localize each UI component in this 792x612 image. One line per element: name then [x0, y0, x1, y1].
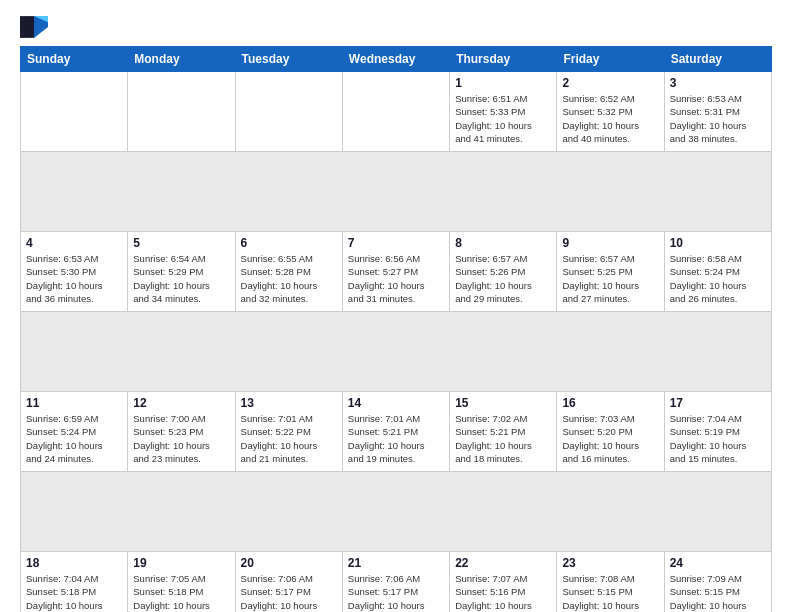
weekday-header-cell: Wednesday: [342, 47, 449, 72]
weekday-header-cell: Sunday: [21, 47, 128, 72]
calendar-day-cell: 13Sunrise: 7:01 AM Sunset: 5:22 PM Dayli…: [235, 392, 342, 472]
svg-rect-0: [20, 16, 34, 38]
day-number: 20: [241, 556, 337, 570]
day-info: Sunrise: 7:07 AM Sunset: 5:16 PM Dayligh…: [455, 572, 551, 612]
day-number: 6: [241, 236, 337, 250]
day-info: Sunrise: 7:02 AM Sunset: 5:21 PM Dayligh…: [455, 412, 551, 465]
day-number: 5: [133, 236, 229, 250]
day-info: Sunrise: 7:08 AM Sunset: 5:15 PM Dayligh…: [562, 572, 658, 612]
calendar-table: SundayMondayTuesdayWednesdayThursdayFrid…: [20, 46, 772, 612]
calendar-day-cell: 18Sunrise: 7:04 AM Sunset: 5:18 PM Dayli…: [21, 552, 128, 613]
day-number: 19: [133, 556, 229, 570]
day-info: Sunrise: 6:53 AM Sunset: 5:31 PM Dayligh…: [670, 92, 766, 145]
calendar-day-cell: 5Sunrise: 6:54 AM Sunset: 5:29 PM Daylig…: [128, 232, 235, 312]
calendar-day-cell: 9Sunrise: 6:57 AM Sunset: 5:25 PM Daylig…: [557, 232, 664, 312]
weekday-header-cell: Thursday: [450, 47, 557, 72]
calendar-day-cell: 24Sunrise: 7:09 AM Sunset: 5:15 PM Dayli…: [664, 552, 771, 613]
day-info: Sunrise: 7:09 AM Sunset: 5:15 PM Dayligh…: [670, 572, 766, 612]
header: [20, 16, 772, 38]
day-info: Sunrise: 7:01 AM Sunset: 5:21 PM Dayligh…: [348, 412, 444, 465]
day-info: Sunrise: 7:03 AM Sunset: 5:20 PM Dayligh…: [562, 412, 658, 465]
weekday-header-cell: Saturday: [664, 47, 771, 72]
day-number: 10: [670, 236, 766, 250]
calendar-day-cell: 14Sunrise: 7:01 AM Sunset: 5:21 PM Dayli…: [342, 392, 449, 472]
calendar-day-cell: 23Sunrise: 7:08 AM Sunset: 5:15 PM Dayli…: [557, 552, 664, 613]
weekday-header-row: SundayMondayTuesdayWednesdayThursdayFrid…: [21, 47, 772, 72]
day-number: 22: [455, 556, 551, 570]
weekday-header-cell: Monday: [128, 47, 235, 72]
calendar-day-cell: 3Sunrise: 6:53 AM Sunset: 5:31 PM Daylig…: [664, 72, 771, 152]
calendar-day-cell: [235, 72, 342, 152]
day-info: Sunrise: 7:05 AM Sunset: 5:18 PM Dayligh…: [133, 572, 229, 612]
day-info: Sunrise: 7:06 AM Sunset: 5:17 PM Dayligh…: [241, 572, 337, 612]
day-number: 16: [562, 396, 658, 410]
calendar-day-cell: 12Sunrise: 7:00 AM Sunset: 5:23 PM Dayli…: [128, 392, 235, 472]
calendar-day-cell: 21Sunrise: 7:06 AM Sunset: 5:17 PM Dayli…: [342, 552, 449, 613]
calendar-week-row: 11Sunrise: 6:59 AM Sunset: 5:24 PM Dayli…: [21, 392, 772, 472]
day-number: 11: [26, 396, 122, 410]
calendar-day-cell: 2Sunrise: 6:52 AM Sunset: 5:32 PM Daylig…: [557, 72, 664, 152]
day-info: Sunrise: 6:56 AM Sunset: 5:27 PM Dayligh…: [348, 252, 444, 305]
day-info: Sunrise: 6:57 AM Sunset: 5:25 PM Dayligh…: [562, 252, 658, 305]
calendar-week-row: 18Sunrise: 7:04 AM Sunset: 5:18 PM Dayli…: [21, 552, 772, 613]
day-number: 18: [26, 556, 122, 570]
calendar-day-cell: 22Sunrise: 7:07 AM Sunset: 5:16 PM Dayli…: [450, 552, 557, 613]
day-info: Sunrise: 7:04 AM Sunset: 5:19 PM Dayligh…: [670, 412, 766, 465]
logo: [20, 16, 54, 38]
weekday-header-cell: Tuesday: [235, 47, 342, 72]
day-number: 15: [455, 396, 551, 410]
calendar-day-cell: 6Sunrise: 6:55 AM Sunset: 5:28 PM Daylig…: [235, 232, 342, 312]
calendar-day-cell: 4Sunrise: 6:53 AM Sunset: 5:30 PM Daylig…: [21, 232, 128, 312]
day-info: Sunrise: 6:51 AM Sunset: 5:33 PM Dayligh…: [455, 92, 551, 145]
day-info: Sunrise: 6:55 AM Sunset: 5:28 PM Dayligh…: [241, 252, 337, 305]
day-info: Sunrise: 7:06 AM Sunset: 5:17 PM Dayligh…: [348, 572, 444, 612]
calendar-week-row: 4Sunrise: 6:53 AM Sunset: 5:30 PM Daylig…: [21, 232, 772, 312]
calendar-day-cell: 8Sunrise: 6:57 AM Sunset: 5:26 PM Daylig…: [450, 232, 557, 312]
week-separator: [21, 152, 772, 232]
calendar-day-cell: [342, 72, 449, 152]
day-number: 24: [670, 556, 766, 570]
calendar-week-row: 1Sunrise: 6:51 AM Sunset: 5:33 PM Daylig…: [21, 72, 772, 152]
day-info: Sunrise: 6:58 AM Sunset: 5:24 PM Dayligh…: [670, 252, 766, 305]
calendar-day-cell: 15Sunrise: 7:02 AM Sunset: 5:21 PM Dayli…: [450, 392, 557, 472]
day-number: 9: [562, 236, 658, 250]
day-number: 3: [670, 76, 766, 90]
calendar-day-cell: 1Sunrise: 6:51 AM Sunset: 5:33 PM Daylig…: [450, 72, 557, 152]
week-separator: [21, 472, 772, 552]
calendar-day-cell: 11Sunrise: 6:59 AM Sunset: 5:24 PM Dayli…: [21, 392, 128, 472]
calendar-day-cell: 17Sunrise: 7:04 AM Sunset: 5:19 PM Dayli…: [664, 392, 771, 472]
day-number: 13: [241, 396, 337, 410]
calendar-wrapper: SundayMondayTuesdayWednesdayThursdayFrid…: [0, 0, 792, 612]
day-info: Sunrise: 7:04 AM Sunset: 5:18 PM Dayligh…: [26, 572, 122, 612]
day-number: 21: [348, 556, 444, 570]
day-number: 12: [133, 396, 229, 410]
day-info: Sunrise: 7:01 AM Sunset: 5:22 PM Dayligh…: [241, 412, 337, 465]
weekday-header-cell: Friday: [557, 47, 664, 72]
day-number: 2: [562, 76, 658, 90]
day-number: 7: [348, 236, 444, 250]
day-number: 23: [562, 556, 658, 570]
day-number: 8: [455, 236, 551, 250]
week-separator: [21, 312, 772, 392]
day-info: Sunrise: 6:54 AM Sunset: 5:29 PM Dayligh…: [133, 252, 229, 305]
calendar-day-cell: [128, 72, 235, 152]
day-info: Sunrise: 6:52 AM Sunset: 5:32 PM Dayligh…: [562, 92, 658, 145]
calendar-day-cell: 16Sunrise: 7:03 AM Sunset: 5:20 PM Dayli…: [557, 392, 664, 472]
day-info: Sunrise: 6:57 AM Sunset: 5:26 PM Dayligh…: [455, 252, 551, 305]
calendar-day-cell: 7Sunrise: 6:56 AM Sunset: 5:27 PM Daylig…: [342, 232, 449, 312]
day-number: 14: [348, 396, 444, 410]
calendar-day-cell: 10Sunrise: 6:58 AM Sunset: 5:24 PM Dayli…: [664, 232, 771, 312]
day-number: 4: [26, 236, 122, 250]
calendar-day-cell: 20Sunrise: 7:06 AM Sunset: 5:17 PM Dayli…: [235, 552, 342, 613]
calendar-day-cell: 19Sunrise: 7:05 AM Sunset: 5:18 PM Dayli…: [128, 552, 235, 613]
calendar-day-cell: [21, 72, 128, 152]
day-info: Sunrise: 7:00 AM Sunset: 5:23 PM Dayligh…: [133, 412, 229, 465]
logo-icon: [20, 16, 48, 38]
day-info: Sunrise: 6:53 AM Sunset: 5:30 PM Dayligh…: [26, 252, 122, 305]
calendar-body: 1Sunrise: 6:51 AM Sunset: 5:33 PM Daylig…: [21, 72, 772, 613]
day-info: Sunrise: 6:59 AM Sunset: 5:24 PM Dayligh…: [26, 412, 122, 465]
day-number: 17: [670, 396, 766, 410]
day-number: 1: [455, 76, 551, 90]
